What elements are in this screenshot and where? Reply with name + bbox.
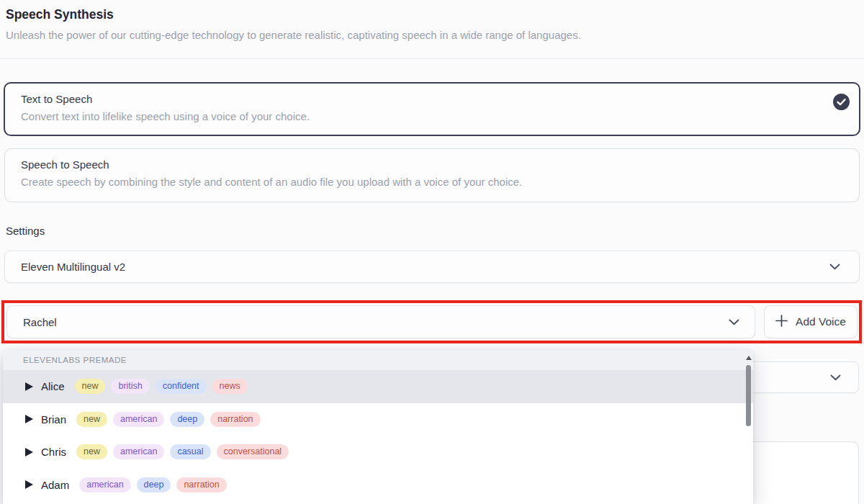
voice-name: Adam: [41, 479, 69, 491]
voice-tag-narration: narration: [176, 477, 226, 492]
voice-tag-new: new: [76, 444, 107, 459]
voice-name: Alice: [41, 380, 65, 392]
selected-check-icon: [833, 94, 850, 110]
voice-tag-new: new: [75, 379, 106, 394]
voice-tag-american: american: [79, 477, 130, 492]
voice-tag-confident: confident: [156, 379, 207, 394]
voice-tag-conversational: conversational: [217, 444, 289, 459]
voice-select-value: Rachel: [7, 316, 729, 328]
mode-card-text-to-speech[interactable]: Text to Speech Convert text into lifelik…: [4, 82, 860, 136]
voice-option-alice[interactable]: Alice newbritishconfidentnews: [3, 370, 753, 403]
voice-tag-news: news: [212, 379, 248, 394]
chevron-down-icon: [830, 374, 841, 381]
scrollbar-thumb[interactable]: [746, 365, 751, 426]
play-icon[interactable]: [25, 448, 33, 456]
voice-tag-narration: narration: [210, 412, 260, 427]
model-select-value: Eleven Multilingual v2: [5, 261, 829, 273]
model-select[interactable]: Eleven Multilingual v2: [4, 251, 860, 283]
voice-tag-american: american: [113, 444, 164, 459]
add-voice-button[interactable]: Add Voice: [764, 305, 858, 338]
voice-tags: newamericandeepnarration: [76, 412, 261, 427]
plus-icon: [775, 315, 788, 330]
voice-tags: newbritishconfidentnews: [75, 379, 248, 394]
voice-tags: newamericancasualconversational: [76, 444, 289, 459]
voice-tag-american: american: [113, 412, 164, 427]
mode-card-speech-to-speech[interactable]: Speech to Speech Create speech by combin…: [4, 148, 860, 202]
voice-tags: americandeepnarration: [79, 477, 227, 492]
dropdown-group-header: ELEVENLABS PREMADE: [3, 350, 753, 370]
chevron-down-icon: [729, 319, 739, 325]
page-title: Speech Synthesis: [6, 7, 114, 22]
scrollbar: [745, 350, 752, 504]
add-voice-label: Add Voice: [796, 315, 846, 328]
page-subtitle: Unleash the power of our cutting-edge te…: [6, 29, 581, 41]
card-description: Create speech by combining the style and…: [21, 176, 843, 188]
header-divider: [0, 58, 864, 59]
voice-name: Chris: [41, 446, 66, 458]
voice-select[interactable]: Rachel: [6, 305, 755, 338]
voice-tag-deep: deep: [170, 412, 204, 427]
play-icon[interactable]: [25, 382, 33, 391]
play-icon[interactable]: [25, 480, 33, 489]
voice-option-adam[interactable]: Adam americandeepnarration: [3, 469, 753, 502]
play-icon[interactable]: [25, 415, 33, 423]
voice-dropdown-panel: ELEVENLABS PREMADE Alice newbritishconfi…: [3, 350, 753, 504]
voice-option-chris[interactable]: Chris newamericancasualconversational: [3, 436, 753, 469]
voice-name: Brian: [41, 413, 66, 426]
voice-tag-new: new: [76, 412, 107, 427]
voice-tag-british: british: [111, 379, 149, 394]
settings-label: Settings: [6, 225, 45, 237]
voice-tag-casual: casual: [170, 444, 210, 459]
card-title: Speech to Speech: [21, 158, 843, 171]
chevron-down-icon: [829, 264, 840, 270]
voice-tag-deep: deep: [137, 477, 171, 492]
card-title: Text to Speech: [21, 93, 843, 105]
card-description: Convert text into lifelike speech using …: [21, 110, 843, 122]
voice-option-brian[interactable]: Brian newamericandeepnarration: [3, 403, 753, 436]
scroll-up-arrow-icon[interactable]: [746, 356, 752, 360]
